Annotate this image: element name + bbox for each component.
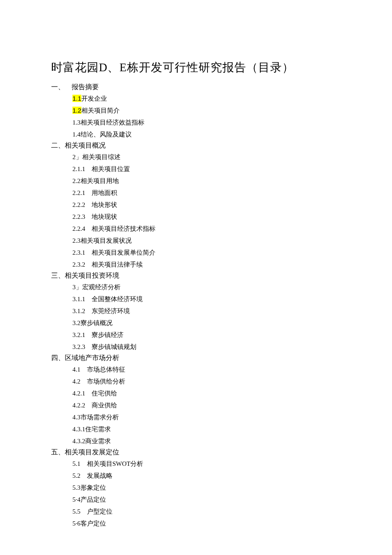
document-title: 时富花园D、E栋开发可行性研究报告（目录） <box>51 60 341 75</box>
section-4-header: 四、区域地产市场分析 <box>51 354 341 363</box>
toc-item-text: 相关项目简介 <box>81 107 120 114</box>
section-3-header: 三、相关项目投资环境 <box>51 271 341 280</box>
toc-item: 1.3相关项目经济效益指标 <box>72 117 341 128</box>
toc-item-text: 开发企业 <box>81 95 107 102</box>
toc-item: 3.1.2 东莞经济环境 <box>72 306 341 316</box>
toc-item: 4.2.2 商业供给 <box>72 400 341 410</box>
toc-item: 2.3相关项目发展状况 <box>72 235 341 246</box>
section-5: 五、相关项目发展定位 5.1 相关项目SWOT分析 5.2 发展战略 5.3形象… <box>51 448 341 529</box>
toc-item: 4.2.1 住宅供给 <box>72 388 341 398</box>
highlight-text: 1.2 <box>72 107 81 114</box>
toc-item: 2.2.3 地块现状 <box>72 212 341 222</box>
toc-item: 2.2.4 相关项目经济技术指标 <box>72 224 341 234</box>
toc-item: 5·4产品定位 <box>72 494 341 505</box>
toc-item: 3.2寮步镇概况 <box>72 318 341 328</box>
toc-item: 3.2.1 寮步镇经济 <box>72 330 341 340</box>
section-1: 一、 报告摘要 1.1开发企业 1.2相关项目简介 1.3相关项目经济效益指标 … <box>51 83 341 139</box>
toc-item: 2.3.2 相关项目法律手续 <box>72 259 341 270</box>
toc-item: 5·6客户定位 <box>72 518 341 529</box>
toc-item: 1.2相关项目简介 <box>72 105 341 116</box>
section-4: 四、区域地产市场分析 4.1 市场总体特征 4.2 市场供给分析 4.2.1 住… <box>51 354 341 446</box>
toc-item: 1.1开发企业 <box>72 93 341 104</box>
toc-item: 3.1.1 全国整体经济环境 <box>72 294 341 304</box>
section-5-header: 五、相关项目发展定位 <box>51 448 341 457</box>
toc-item: 3」宏观经济分析 <box>72 282 341 292</box>
toc-item: 2.2.2 地块形状 <box>72 200 341 210</box>
toc-item: 5.1 相关项目SWOT分析 <box>72 459 341 469</box>
toc-item: 2.1.1 相关项目位置 <box>72 164 341 174</box>
toc-item: 4.2 市场供给分析 <box>72 376 341 386</box>
toc-item: 2.2.1 用地面积 <box>72 188 341 198</box>
toc-item: 4.1 市场总体特征 <box>72 364 341 375</box>
toc-item: 4.3.2商业需求 <box>72 436 341 446</box>
toc-item: 4.3.1住宅需求 <box>72 424 341 434</box>
toc-item: 4.3市场需求分析 <box>72 412 341 422</box>
highlight-text: 1.1 <box>72 95 81 102</box>
toc-item: 2」相关项目综述 <box>72 152 341 162</box>
toc-item: 5.5 户型定位 <box>72 506 341 517</box>
toc-item: 3.2.3 寮步镇城镇规划 <box>72 342 341 352</box>
section-3: 三、相关项目投资环境 3」宏观经济分析 3.1.1 全国整体经济环境 3.1.2… <box>51 271 341 352</box>
toc-item: 2.2相关项目用地 <box>72 176 341 186</box>
toc-item: 2.3.1 相关项目发展单位简介 <box>72 247 341 258</box>
section-1-header: 一、 报告摘要 <box>51 83 341 92</box>
toc-item: 5.3形象定位 <box>72 482 341 493</box>
section-2: 二、相关项目概况 2」相关项目综述 2.1.1 相关项目位置 2.2相关项目用地… <box>51 141 341 270</box>
toc-item: 5.2 发展战略 <box>72 471 341 481</box>
section-2-header: 二、相关项目概况 <box>51 141 341 150</box>
toc-item: 1.4结论、风险及建议 <box>72 129 341 139</box>
